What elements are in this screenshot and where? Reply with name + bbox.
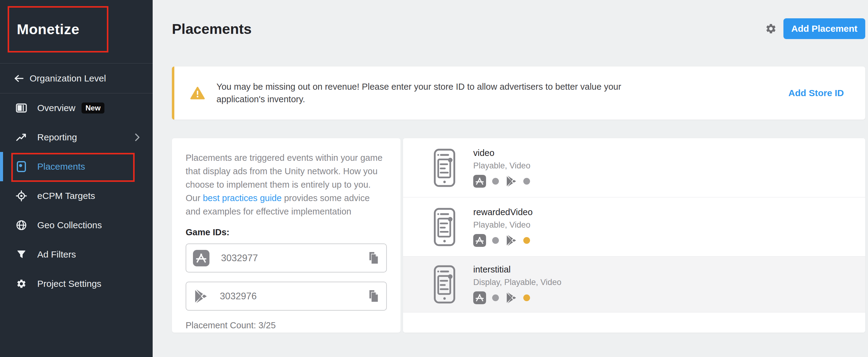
placement-row-video[interactable]: video Playable, Video: [403, 138, 865, 197]
game-ids-label: Game IDs:: [186, 227, 387, 237]
sidebar-item-label: Reporting: [37, 132, 77, 142]
info-panel: Placements are triggered events within y…: [172, 138, 401, 333]
apple-status-dot: [492, 294, 499, 301]
google-play-icon: [505, 234, 517, 247]
settings-gear-button[interactable]: [765, 23, 777, 34]
placement-status-icons: [473, 234, 533, 247]
placement-info: video Playable, Video: [473, 148, 530, 188]
sidebar-item-label: Placements: [37, 161, 85, 172]
chevron-right-icon: [135, 133, 140, 141]
new-badge: New: [82, 102, 104, 113]
copy-icon[interactable]: [367, 251, 379, 265]
reporting-icon: [16, 131, 27, 143]
page-header: Placements Add Placement: [172, 16, 865, 41]
placement-name: interstitial: [473, 264, 561, 274]
sidebar-item-overview[interactable]: Overview New: [0, 93, 153, 123]
placements-description: Placements are triggered events within y…: [186, 151, 387, 218]
monetize-dashboard: Monetize Organization Level Overview New: [0, 0, 868, 357]
funnel-icon: [16, 249, 27, 260]
google-game-id-input[interactable]: [219, 290, 367, 302]
placement-row-rewardedvideo[interactable]: rewardedVideo Playable, Video: [403, 197, 865, 257]
gear-icon: [16, 278, 27, 290]
app-logo: Monetize: [17, 21, 80, 37]
sidebar-item-label: Geo Collections: [37, 220, 102, 230]
sidebar-item-ad-filters[interactable]: Ad Filters: [0, 240, 153, 269]
add-store-id-link[interactable]: Add Store ID: [788, 88, 844, 98]
active-indicator-bar: [0, 152, 3, 181]
banner-message-line1: You may be missing out on revenue! Pleas…: [216, 80, 621, 93]
sidebar-nav: Overview New Reporting: [0, 93, 153, 298]
sidebar: Monetize Organization Level Overview New: [0, 0, 153, 357]
sidebar-item-label: eCPM Targets: [37, 191, 95, 201]
apple-game-id-input[interactable]: [220, 252, 367, 264]
apple-game-id-field: [186, 244, 387, 272]
google-status-dot: [523, 237, 530, 244]
apple-app-store-icon: [473, 234, 486, 247]
google-status-dot: [523, 178, 530, 185]
placement-status-icons: [473, 175, 530, 188]
placement-status-icons: [473, 291, 561, 304]
overview-icon: [16, 102, 27, 114]
warning-triangle-icon: [190, 86, 205, 100]
sidebar-item-label: Overview: [37, 103, 75, 113]
placements-list: video Playable, Video: [403, 138, 865, 333]
google-play-icon: [193, 289, 208, 304]
sidebar-item-placements[interactable]: Placements: [0, 152, 153, 181]
target-icon: [16, 190, 27, 202]
sidebar-item-reporting[interactable]: Reporting: [0, 123, 153, 152]
header-actions: Add Placement: [765, 18, 865, 39]
main-content: Placements Add Placement You may be miss…: [153, 0, 868, 357]
copy-icon[interactable]: [367, 289, 379, 303]
placement-info: interstitial Display, Playable, Video: [473, 264, 561, 304]
banner-message-line2: application's inventory.: [216, 93, 621, 105]
apple-app-store-icon: [473, 175, 486, 188]
banner-message: You may be missing out on revenue! Pleas…: [216, 80, 621, 105]
sidebar-item-label: Project Settings: [37, 279, 101, 289]
globe-icon: [16, 219, 27, 231]
phone-placement-icon: [434, 265, 456, 303]
logo-block: Monetize: [0, 0, 153, 63]
back-arrow-icon: [14, 74, 24, 83]
page-title: Placements: [172, 21, 252, 37]
google-play-icon: [505, 292, 517, 304]
placement-types: Display, Playable, Video: [473, 278, 561, 287]
sidebar-item-label: Organization Level: [30, 73, 106, 84]
sidebar-item-project-settings[interactable]: Project Settings: [0, 269, 153, 298]
apple-status-dot: [492, 237, 499, 244]
placement-info: rewardedVideo Playable, Video: [473, 207, 533, 247]
add-placement-button[interactable]: Add Placement: [783, 18, 865, 39]
google-status-dot: [523, 294, 530, 301]
phone-placement-icon: [434, 208, 456, 246]
google-game-id-field: [186, 282, 387, 311]
content-cards: Placements are triggered events within y…: [172, 138, 865, 333]
sidebar-item-label: Ad Filters: [37, 249, 76, 260]
sidebar-item-ecpm-targets[interactable]: eCPM Targets: [0, 181, 153, 210]
placement-name: video: [473, 148, 530, 158]
list-footer-strip: [403, 313, 865, 333]
placement-types: Playable, Video: [473, 161, 530, 170]
sidebar-item-geo-collections[interactable]: Geo Collections: [0, 210, 153, 240]
best-practices-link[interactable]: best practices guide: [203, 193, 281, 203]
placement-name: rewardedVideo: [473, 207, 533, 217]
apple-status-dot: [492, 178, 499, 185]
apple-app-store-icon: [473, 291, 486, 304]
phone-placement-icon: [434, 149, 456, 187]
placements-icon: [16, 161, 27, 172]
google-play-icon: [505, 175, 517, 187]
placement-row-interstitial[interactable]: interstitial Display, Playable, Video: [403, 257, 865, 313]
warning-banner: You may be missing out on revenue! Pleas…: [172, 67, 865, 120]
apple-app-store-icon: [193, 250, 210, 266]
placement-types: Playable, Video: [473, 220, 533, 230]
placement-count: Placement Count: 3/25: [186, 320, 387, 330]
sidebar-item-organization-level[interactable]: Organization Level: [0, 63, 153, 93]
